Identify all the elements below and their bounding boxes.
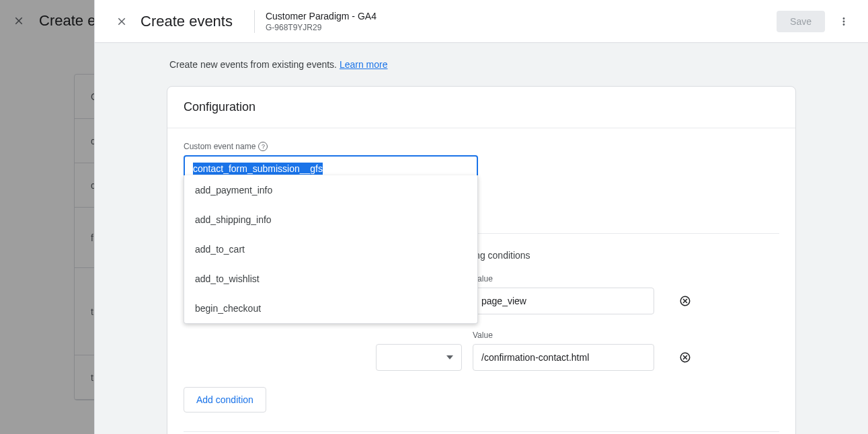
save-button[interactable]: Save — [777, 11, 825, 32]
value-text: page_view — [481, 296, 526, 306]
value-label: Value — [473, 274, 654, 284]
operator-select[interactable] — [376, 344, 462, 371]
modal-title: Create events — [141, 13, 233, 30]
condition-row: ▾ Value /confirma — [184, 331, 779, 371]
delete-condition-icon[interactable] — [678, 294, 692, 308]
event-name-label-text: Custom event name — [184, 142, 255, 151]
create-events-modal: Create events Customer Paradigm - GA4 G-… — [94, 0, 868, 434]
autocomplete-option[interactable]: add_shipping_info — [184, 205, 477, 234]
property-id: G-968T9YJR29 — [266, 22, 377, 33]
autocomplete-option[interactable]: add_payment_info — [184, 175, 477, 205]
help-icon[interactable]: ? — [258, 142, 268, 151]
value-text: /confirmation-contact.html — [481, 352, 589, 363]
learn-more-link[interactable]: Learn more — [340, 59, 388, 70]
add-condition-button[interactable]: Add condition — [184, 387, 266, 413]
value-input[interactable]: /confirmation-contact.html — [473, 344, 654, 371]
value-input[interactable]: page_view — [473, 288, 654, 314]
matching-heading-text: ing conditions — [473, 250, 530, 261]
autocomplete-option[interactable]: add_to_wishlist — [184, 264, 477, 294]
chevron-down-icon — [446, 355, 453, 359]
more-menu-icon[interactable] — [830, 8, 857, 35]
configuration-card: Configuration Custom event name ? contac… — [167, 86, 796, 434]
modal-header: Create events Customer Paradigm - GA4 G-… — [95, 0, 868, 43]
intro-text-content: Create new events from existing events. — [169, 59, 340, 70]
event-name-value: contact_form_submission__gfs — [193, 163, 323, 175]
autocomplete-option[interactable]: begin_checkout — [184, 294, 477, 323]
event-name-autocomplete[interactable]: add_payment_info add_shipping_info add_t… — [184, 175, 478, 324]
property-name: Customer Paradigm - GA4 — [266, 10, 377, 22]
modal-body: Create new events from existing events. … — [95, 43, 868, 434]
card-title: Configuration — [184, 100, 779, 114]
close-icon[interactable] — [106, 5, 138, 38]
value-label: Value — [473, 331, 654, 340]
property-info: Customer Paradigm - GA4 G-968T9YJR29 — [254, 10, 377, 33]
delete-condition-icon[interactable] — [678, 351, 692, 364]
event-name-label: Custom event name ? — [184, 142, 779, 151]
autocomplete-option[interactable]: add_to_cart — [184, 234, 477, 264]
intro-text: Create new events from existing events. … — [167, 59, 796, 70]
